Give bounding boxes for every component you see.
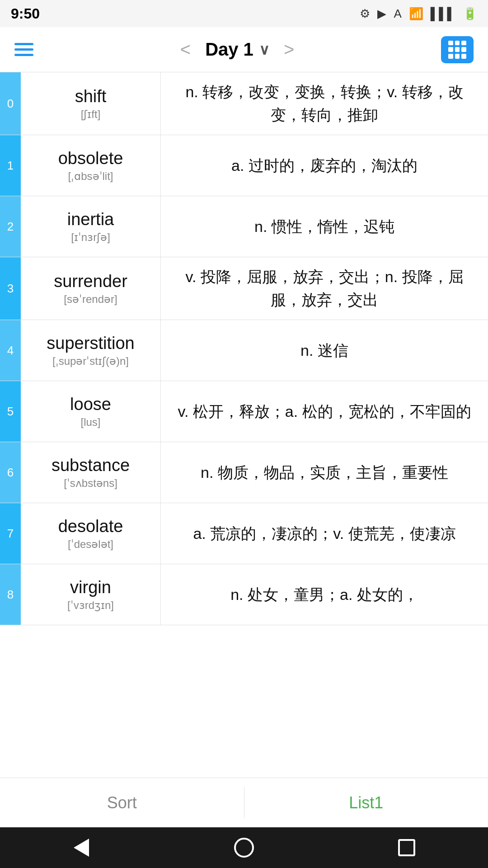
chevron-down-icon: ∨ — [259, 41, 269, 58]
word-phonetic: [lus] — [80, 416, 100, 429]
word-name: shift — [75, 87, 107, 106]
word-index: 5 — [0, 381, 21, 442]
font-icon: A — [394, 7, 401, 21]
table-row[interactable]: 8virgin[ˈvɜrdʒɪn]n. 处女，童男；a. 处女的， — [0, 564, 488, 625]
back-arrow-icon — [74, 839, 89, 857]
word-english: superstition[ˌsupərˈstɪʃ(ə)n] — [21, 320, 161, 381]
word-list: 0shift[ʃɪft]n. 转移，改变，变换，转换；v. 转移，改变，转向，推… — [0, 72, 488, 625]
status-icons: ⚙ ▶ A 📶 ▌▌▌ 🔋 — [360, 7, 477, 21]
word-index: 7 — [0, 503, 21, 564]
word-definition: v. 松开，释放；a. 松的，宽松的，不牢固的 — [161, 381, 488, 442]
grid-icon — [448, 41, 466, 59]
word-name: virgin — [70, 578, 111, 597]
table-row[interactable]: 3surrender[səˈrendər]v. 投降，屈服，放弃，交出；n. 投… — [0, 257, 488, 320]
word-english: loose[lus] — [21, 381, 161, 442]
word-phonetic: [ˌɑbsəˈlit] — [68, 170, 113, 183]
grid-view-button[interactable] — [441, 36, 474, 63]
nav-arrows: < Day 1 ∨ > — [180, 39, 294, 60]
word-name: surrender — [54, 272, 127, 291]
word-definition: n. 物质，物品，实质，主旨，重要性 — [161, 442, 488, 503]
status-time: 9:50 — [11, 5, 40, 22]
nav-bar: < Day 1 ∨ > — [0, 27, 488, 72]
table-row[interactable]: 1obsolete[ˌɑbsəˈlit]a. 过时的，废弃的，淘汰的 — [0, 135, 488, 196]
word-index: 3 — [0, 257, 21, 320]
word-index: 1 — [0, 135, 21, 196]
word-definition: v. 投降，屈服，放弃，交出；n. 投降，屈服，放弃，交出 — [161, 257, 488, 320]
word-phonetic: [ˌsupərˈstɪʃ(ə)n] — [52, 355, 129, 368]
prev-button[interactable]: < — [180, 39, 191, 60]
nav-title[interactable]: Day 1 ∨ — [205, 39, 269, 60]
word-english: shift[ʃɪft] — [21, 72, 161, 135]
word-definition: n. 迷信 — [161, 320, 488, 381]
bottom-tabs: SortList1 — [0, 778, 488, 827]
table-row[interactable]: 6substance[ˈsʌbstəns]n. 物质，物品，实质，主旨，重要性 — [0, 442, 488, 503]
word-english: surrender[səˈrendər] — [21, 257, 161, 320]
word-phonetic: [ʃɪft] — [81, 108, 101, 121]
home-circle-icon — [234, 838, 254, 858]
word-english: substance[ˈsʌbstəns] — [21, 442, 161, 503]
word-phonetic: [ˈvɜrdʒɪn] — [67, 599, 114, 612]
word-name: superstition — [47, 334, 134, 353]
word-phonetic: [ˈdesələt] — [68, 538, 113, 551]
word-phonetic: [ˈsʌbstəns] — [64, 477, 117, 490]
tab-list1[interactable]: List1 — [244, 778, 488, 827]
table-row[interactable]: 4superstition[ˌsupərˈstɪʃ(ə)n]n. 迷信 — [0, 320, 488, 381]
recents-button[interactable] — [393, 834, 420, 861]
signal-icon: ▌▌▌ — [431, 7, 455, 21]
tab-sort[interactable]: Sort — [0, 778, 244, 827]
recents-square-icon — [398, 839, 415, 856]
table-row[interactable]: 5loose[lus]v. 松开，释放；a. 松的，宽松的，不牢固的 — [0, 381, 488, 442]
home-button[interactable] — [230, 834, 258, 861]
word-definition: n. 处女，童男；a. 处女的， — [161, 564, 488, 625]
back-button[interactable] — [68, 834, 95, 861]
play-icon: ▶ — [377, 7, 386, 21]
word-definition: a. 荒凉的，凄凉的；v. 使荒芜，使凄凉 — [161, 503, 488, 564]
wifi-icon: 📶 — [409, 7, 423, 21]
status-bar: 9:50 ⚙ ▶ A 📶 ▌▌▌ 🔋 — [0, 0, 488, 27]
battery-icon: 🔋 — [463, 7, 477, 21]
word-english: inertia[ɪˈnɜrʃə] — [21, 196, 161, 257]
word-definition: n. 惯性，惰性，迟钝 — [161, 196, 488, 257]
word-index: 4 — [0, 320, 21, 381]
word-index: 2 — [0, 196, 21, 257]
word-index: 0 — [0, 72, 21, 135]
word-definition: n. 转移，改变，变换，转换；v. 转移，改变，转向，推卸 — [161, 72, 488, 135]
menu-button[interactable] — [14, 43, 33, 56]
word-english: obsolete[ˌɑbsəˈlit] — [21, 135, 161, 196]
next-button[interactable]: > — [284, 39, 294, 60]
table-row[interactable]: 2inertia[ɪˈnɜrʃə]n. 惯性，惰性，迟钝 — [0, 196, 488, 257]
word-name: desolate — [58, 517, 123, 536]
word-phonetic: [ɪˈnɜrʃə] — [71, 231, 110, 244]
table-row[interactable]: 0shift[ʃɪft]n. 转移，改变，变换，转换；v. 转移，改变，转向，推… — [0, 72, 488, 135]
word-index: 6 — [0, 442, 21, 503]
word-definition: a. 过时的，废弃的，淘汰的 — [161, 135, 488, 196]
table-row[interactable]: 7desolate[ˈdesələt]a. 荒凉的，凄凉的；v. 使荒芜，使凄凉 — [0, 503, 488, 564]
word-name: obsolete — [58, 149, 123, 168]
word-name: inertia — [67, 210, 114, 229]
android-nav-bar — [0, 827, 488, 868]
word-english: desolate[ˈdesələt] — [21, 503, 161, 564]
word-index: 8 — [0, 564, 21, 625]
word-name: substance — [52, 456, 130, 475]
word-phonetic: [səˈrendər] — [64, 293, 117, 306]
gear-icon: ⚙ — [360, 7, 370, 21]
word-name: loose — [70, 395, 111, 414]
word-english: virgin[ˈvɜrdʒɪn] — [21, 564, 161, 625]
